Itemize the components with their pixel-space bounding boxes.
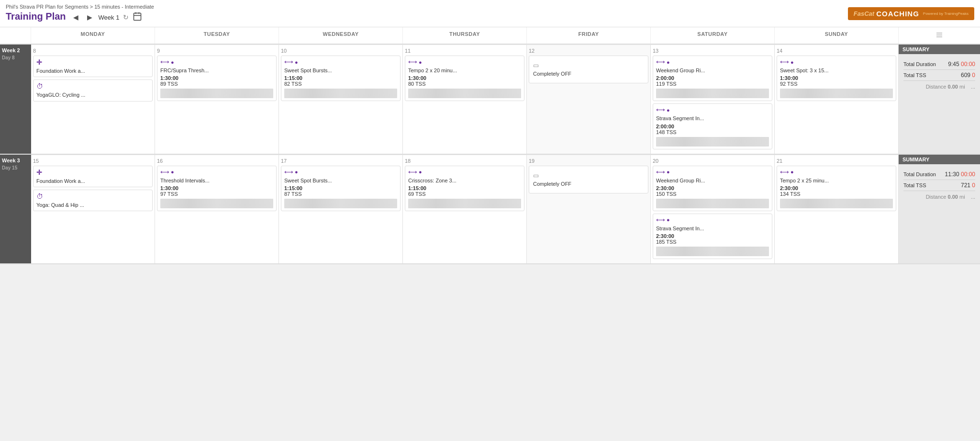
week3-wednesday-cell: 17 ⟷ ● Sweet Spot Bursts... 1:15:0087 TS… (279, 155, 403, 264)
workout-card[interactable]: ⏱ YogaGLO: Cycling ... (33, 79, 153, 101)
workout-card[interactable]: ⏱ Yoga: Quad & Hip ... (33, 190, 153, 211)
workout-name: Foundation Work a... (36, 178, 149, 184)
workout-card[interactable]: ⟷ ● Sweet Spot: 3 x 15... 1:30:0092 TSS (777, 56, 896, 101)
logo: FasCat COACHING Powered by TrainingPeaks (848, 7, 974, 20)
bike-icon: ⟷ ● (160, 169, 174, 176)
mini-chart (780, 199, 893, 208)
wednesday-header: WEDNESDAY (279, 27, 403, 44)
off-icon: ▭ (533, 172, 539, 179)
bike-icon: ⟷ ● (656, 216, 670, 224)
distance-row: Distance 0.00 mi ... (903, 194, 975, 200)
mini-chart (408, 199, 521, 208)
day-19-num: 19 (529, 157, 648, 166)
total-tss-row: Total TSS 609 0 (903, 70, 975, 81)
completely-off-label: Completely OFF (533, 70, 644, 77)
tuesday-header: TUESDAY (155, 27, 279, 44)
workout-name: Tempo 2 x 25 minu... (780, 177, 893, 184)
off-card[interactable]: ▭ Completely OFF (529, 166, 648, 193)
bike-icon: ⟷ ● (408, 58, 422, 66)
day-14-num: 14 (777, 47, 896, 56)
week-2-day-label: Day 8 (2, 55, 29, 60)
workout-stats: 1:15:0082 TSS (284, 75, 397, 87)
total-duration-value: 11:30 00:00 (945, 171, 975, 178)
next-week-button[interactable]: ▶ (85, 12, 95, 22)
workout-name: Strava Segment In... (656, 225, 769, 232)
logo-fascat: FasCat (854, 10, 874, 17)
workout-name: Weekend Group Ri... (656, 67, 769, 74)
total-tss-label: Total TSS (903, 72, 926, 78)
workout-stats: 1:30:0092 TSS (780, 75, 893, 87)
mini-chart (656, 199, 769, 208)
summary-col-header (899, 27, 980, 44)
week2-summary-cell: SUMMARY Total Duration 9:45 00:00 Total … (899, 45, 980, 154)
total-duration-label: Total Duration (903, 171, 936, 177)
week3-monday-cell: 15 ✛ Foundation Work a... ⏱ Yoga: Quad &… (31, 155, 155, 264)
sunday-header: SUNDAY (775, 27, 899, 44)
summary-header: SUMMARY (899, 155, 980, 164)
mini-chart (284, 89, 397, 98)
bike-icon: ⟷ ● (408, 169, 422, 176)
workout-card[interactable]: ⟷ ● Strava Segment In... 2:30:00185 TSS (653, 214, 772, 259)
week-3-label: Week 3 (2, 158, 29, 163)
workout-name: Threshold Intervals... (160, 177, 273, 184)
timer-icon: ⏱ (36, 192, 43, 200)
workout-name: Foundation Work a... (36, 68, 149, 74)
summary-content: Total Duration 9:45 00:00 Total TSS 609 … (899, 57, 980, 91)
workout-card[interactable]: ✛ Foundation Work a... (33, 56, 153, 77)
logo-coaching: COACHING (876, 10, 919, 18)
monday-header: MONDAY (31, 27, 155, 44)
distance-row: Distance 0.00 mi ... (903, 84, 975, 90)
workout-card[interactable]: ⟷ ● Weekend Group Ri... 2:30:00150 TSS (653, 166, 772, 211)
day-21-num: 21 (777, 157, 896, 166)
day-12-num: 12 (529, 47, 648, 56)
week3-summary-cell: SUMMARY Total Duration 11:30 00:00 Total… (899, 155, 980, 264)
workout-card[interactable]: ⟷ ● FRC/Supra Thresh... 1:30:0089 TSS (157, 56, 277, 101)
workout-card[interactable]: ⟷ ● Crisscross: Zone 3... 1:15:0069 TSS (405, 166, 524, 211)
workout-name: Tempo 2 x 20 minu... (408, 67, 521, 74)
refresh-icon[interactable]: ↻ (123, 13, 129, 21)
workout-stats: 1:15:0069 TSS (408, 185, 521, 197)
workout-stats: 2:00:00119 TSS (656, 75, 769, 87)
week-label: Week 1 (99, 14, 120, 21)
week2-wednesday-cell: 10 ⟷ ● Sweet Spot Bursts... 1:15:0082 TS… (279, 45, 403, 154)
day-15-num: 15 (33, 157, 153, 166)
total-duration-row: Total Duration 11:30 00:00 (903, 169, 975, 180)
total-tss-row: Total TSS 721 0 (903, 180, 975, 191)
summary-content: Total Duration 11:30 00:00 Total TSS 721… (899, 167, 980, 202)
day-18-num: 18 (405, 157, 524, 166)
total-tss-value: 609 0 (961, 72, 975, 79)
week-3-label-cell: Week 3 Day 15 (0, 155, 31, 264)
workout-name: Weekend Group Ri... (656, 177, 769, 184)
week3-sunday-cell: 21 ⟷ ● Tempo 2 x 25 minu... 2:30:00134 T… (775, 155, 899, 264)
workout-card[interactable]: ✛ Foundation Work a... (33, 166, 153, 187)
workout-name: FRC/Supra Thresh... (160, 67, 273, 74)
calendar-grid: MONDAY TUESDAY WEDNESDAY THURSDAY FRIDAY… (0, 27, 980, 264)
workout-card[interactable]: ⟷ ● Sweet Spot Bursts... 1:15:0082 TSS (281, 56, 401, 101)
mini-chart (284, 199, 397, 208)
workout-name: Sweet Spot: 3 x 15... (780, 67, 893, 74)
day-9-num: 9 (157, 47, 277, 56)
workout-card[interactable]: ⟷ ● Tempo 2 x 20 minu... 1:30:0080 TSS (405, 56, 524, 101)
workout-card[interactable]: ⟷ ● Threshold Intervals... 1:30:0097 TSS (157, 166, 277, 211)
week2-sunday-cell: 14 ⟷ ● Sweet Spot: 3 x 15... 1:30:0092 T… (775, 45, 899, 154)
workout-stats: 1:30:0080 TSS (408, 75, 521, 87)
calendar-icon[interactable] (133, 11, 142, 23)
prev-week-button[interactable]: ◀ (71, 12, 81, 22)
dumbbell-icon: ✛ (36, 58, 42, 66)
day-17-num: 17 (281, 157, 401, 166)
bike-icon: ⟷ ● (656, 58, 670, 66)
workout-card[interactable]: ⟷ ● Weekend Group Ri... 2:00:00119 TSS (653, 56, 772, 101)
week3-thursday-cell: 18 ⟷ ● Crisscross: Zone 3... 1:15:0069 T… (403, 155, 527, 264)
week2-friday-cell: 12 ▭ Completely OFF (527, 45, 651, 154)
day-11-num: 11 (405, 47, 524, 56)
mini-chart (160, 89, 273, 98)
week2-thursday-cell: 11 ⟷ ● Tempo 2 x 20 minu... 1:30:0080 TS… (403, 45, 527, 154)
page-header: Phil's Strava PR Plan for Segments > 15 … (0, 0, 980, 27)
off-card[interactable]: ▭ Completely OFF (529, 56, 648, 83)
bike-icon: ⟷ ● (284, 58, 298, 66)
workout-card[interactable]: ⟷ ● Strava Segment In... 2:00:00148 TSS (653, 103, 772, 149)
workout-card[interactable]: ⟷ ● Tempo 2 x 25 minu... 2:30:00134 TSS (777, 166, 896, 211)
workout-stats: 1:30:0089 TSS (160, 75, 273, 87)
week-3-day-label: Day 15 (2, 165, 29, 170)
workout-card[interactable]: ⟷ ● Sweet Spot Bursts... 1:15:0087 TSS (281, 166, 401, 211)
